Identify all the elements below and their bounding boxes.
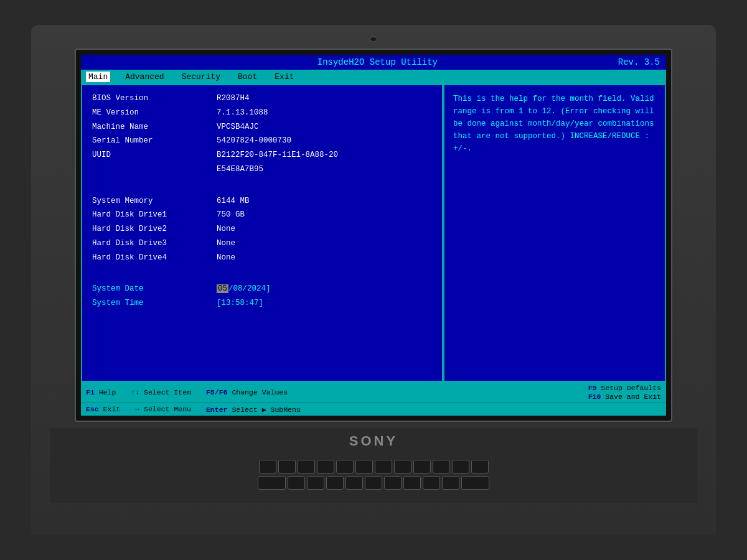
- webcam: [369, 36, 378, 42]
- menu-item-security[interactable]: Security: [179, 72, 223, 82]
- uuid-label2: [92, 164, 217, 175]
- hdd2-value: None: [217, 223, 235, 235]
- left-panel: BIOS Version R2087H4 ME Version 7.1.13.1…: [82, 85, 443, 381]
- hdd4-label: Hard Disk Drive4: [92, 252, 217, 264]
- bios-version-label: BIOS Version: [92, 93, 217, 105]
- system-date-row: System Date 05/08/2024]: [92, 283, 432, 295]
- system-memory-value: 6144 MB: [217, 195, 250, 207]
- key-enter[interactable]: [461, 476, 489, 490]
- machine-name-row: Machine Name VPCSB4AJC: [92, 121, 432, 133]
- key-a[interactable]: [288, 476, 305, 490]
- key-i[interactable]: [394, 460, 411, 474]
- content-area: BIOS Version R2087H4 ME Version 7.1.13.1…: [81, 84, 666, 382]
- menu-item-exit[interactable]: Exit: [272, 72, 296, 82]
- key-l[interactable]: [442, 476, 459, 490]
- key-w[interactable]: [278, 460, 296, 474]
- f9-key-entry: F9 Setup Defaults: [588, 384, 661, 392]
- key-d[interactable]: [326, 476, 344, 490]
- uuid-row: UUID B2122F20-847F-11E1-8A88-20: [92, 149, 432, 161]
- laptop-shell: InsydeH2O Setup Utility Rev. 3.5 Main Ad…: [31, 25, 716, 535]
- key-y[interactable]: [355, 460, 373, 474]
- uuid-value2: E54E8A7B95: [217, 164, 263, 175]
- key-t[interactable]: [336, 460, 354, 474]
- help-text: This is the help for the month field. Va…: [453, 95, 654, 153]
- separator2: [92, 273, 432, 283]
- keyboard-area: SONY: [50, 428, 697, 503]
- system-time-row: System Time [13:58:47]: [92, 297, 432, 309]
- menu-item-main[interactable]: Main: [86, 72, 110, 82]
- key-o[interactable]: [413, 460, 431, 474]
- bios-title: InsydeH2O Setup Utility: [137, 57, 618, 67]
- me-version-value: 7.1.13.1088: [217, 107, 268, 119]
- uuid-label: UUID: [92, 149, 217, 161]
- key-s[interactable]: [307, 476, 324, 490]
- key-g[interactable]: [365, 476, 382, 490]
- system-memory-row: System Memory 6144 MB: [92, 195, 432, 207]
- f10-key-entry: F10 Save and Exit: [588, 393, 661, 401]
- keyboard-row-1: [62, 460, 685, 474]
- system-info-table: BIOS Version R2087H4 ME Version 7.1.13.1…: [92, 93, 432, 175]
- key-h[interactable]: [384, 476, 402, 490]
- key-f[interactable]: [345, 476, 363, 490]
- serial-number-row: Serial Number 54207824-0000730: [92, 135, 432, 147]
- date-rest: /08/2024]: [228, 284, 271, 293]
- uuid-value: B2122F20-847F-11E1-8A88-20: [217, 149, 338, 161]
- key-r[interactable]: [317, 460, 334, 474]
- bios-version-value: R2087H4: [217, 93, 250, 105]
- key-bracket[interactable]: [452, 460, 469, 474]
- hdd3-label: Hard Disk Drive3: [92, 238, 217, 250]
- system-date-label: System Date: [92, 283, 217, 295]
- key-q[interactable]: [259, 460, 276, 474]
- system-memory-label: System Memory: [92, 195, 217, 207]
- system-time-label: System Time: [92, 297, 217, 309]
- left-key-group2: Esc Exit ↔ Select Menu Enter Select ▶ Su…: [86, 405, 301, 414]
- hdd1-row: Hard Disk Drive1 750 GB: [92, 209, 432, 221]
- hdd3-value: None: [217, 238, 235, 250]
- enter-key-entry: Enter Select ▶ SubMenu: [206, 405, 301, 414]
- system-date-value[interactable]: 05/08/2024]: [217, 283, 271, 295]
- help-panel: This is the help for the month field. Va…: [443, 85, 665, 381]
- separator1: [92, 185, 432, 195]
- uuid-row2: E54E8A7B95: [92, 164, 432, 175]
- key-e[interactable]: [298, 460, 315, 474]
- key-bar: F1 Help ↑↓ Select Item F5/F6 Change Valu…: [81, 382, 666, 403]
- hdd1-value: 750 GB: [217, 209, 245, 221]
- hdd4-row: Hard Disk Drive4 None: [92, 252, 432, 264]
- key-u[interactable]: [375, 460, 392, 474]
- keyboard-rows: [50, 460, 697, 490]
- date-highlight: 05: [217, 284, 228, 293]
- sony-logo: SONY: [349, 433, 398, 449]
- f1-key-entry: F1 Help: [86, 388, 116, 396]
- machine-name-label: Machine Name: [92, 121, 217, 133]
- machine-name-value: VPCSB4AJC: [217, 121, 259, 133]
- key-caps[interactable]: [258, 476, 286, 490]
- hardware-info-table: System Memory 6144 MB Hard Disk Drive1 7…: [92, 195, 432, 264]
- bios-screen: InsydeH2O Setup Utility Rev. 3.5 Main Ad…: [81, 55, 666, 416]
- bios-version-row: BIOS Version R2087H4: [92, 93, 432, 105]
- key-bar2: Esc Exit ↔ Select Menu Enter Select ▶ Su…: [81, 403, 666, 416]
- keyboard-row-2: [62, 476, 685, 490]
- hdd4-value: None: [217, 252, 235, 264]
- hdd1-label: Hard Disk Drive1: [92, 209, 217, 221]
- menu-item-boot[interactable]: Boot: [235, 72, 260, 82]
- bios-revision: Rev. 3.5: [618, 57, 660, 67]
- system-time-value[interactable]: [13:58:47]: [217, 297, 263, 309]
- hdd3-row: Hard Disk Drive3 None: [92, 238, 432, 250]
- key-p[interactable]: [433, 460, 450, 474]
- left-key-group: F1 Help ↑↓ Select Item F5/F6 Change Valu…: [86, 388, 288, 396]
- me-version-label: ME Version: [92, 107, 217, 119]
- menu-item-advanced[interactable]: Advanced: [123, 72, 166, 82]
- menu-bar: Main Advanced Security Boot Exit: [81, 70, 666, 84]
- right-key-group: F9 Setup Defaults F10 Save and Exit: [588, 384, 661, 401]
- hdd2-label: Hard Disk Drive2: [92, 223, 217, 235]
- key-j[interactable]: [403, 476, 421, 490]
- me-version-row: ME Version 7.1.13.1088: [92, 107, 432, 119]
- key-k[interactable]: [423, 476, 440, 490]
- select-item-entry: ↑↓ Select Item: [131, 388, 191, 396]
- screen-bezel: InsydeH2O Setup Utility Rev. 3.5 Main Ad…: [75, 49, 672, 422]
- hdd2-row: Hard Disk Drive2 None: [92, 223, 432, 235]
- title-bar: InsydeH2O Setup Utility Rev. 3.5: [81, 55, 666, 70]
- key-bracket2[interactable]: [471, 460, 489, 474]
- serial-number-value: 54207824-0000730: [217, 135, 291, 147]
- change-values-entry: F5/F6 Change Values: [206, 388, 288, 396]
